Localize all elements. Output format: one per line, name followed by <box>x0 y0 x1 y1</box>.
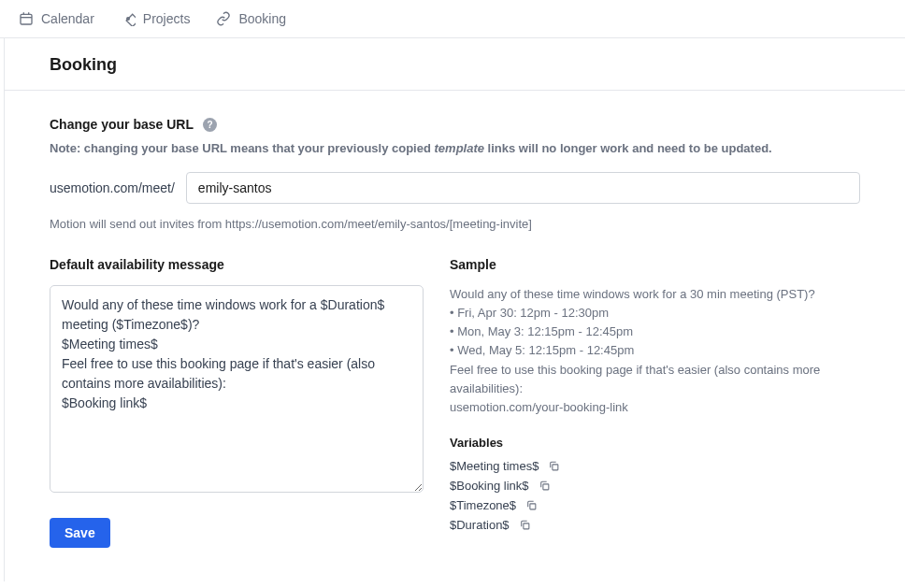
nav-calendar-label: Calendar <box>41 11 94 26</box>
svg-rect-7 <box>542 484 548 490</box>
sample-text: Would any of these time windows work for… <box>450 285 860 417</box>
nav-booking[interactable]: Booking <box>216 11 286 26</box>
base-url-heading: Change your base URL ? <box>50 117 860 132</box>
note-after: links will no longer work and need to be… <box>484 141 772 155</box>
nav-projects[interactable]: Projects <box>121 11 191 26</box>
copy-icon[interactable] <box>548 460 560 472</box>
base-url-row: usemotion.com/meet/ <box>50 172 860 204</box>
nav-projects-label: Projects <box>143 11 191 26</box>
variable-label: $Booking link$ <box>450 479 529 493</box>
svg-point-5 <box>126 18 129 21</box>
availability-message-textarea[interactable] <box>50 285 424 493</box>
svg-rect-8 <box>530 504 536 509</box>
page-title: Booking <box>50 55 860 75</box>
svg-rect-0 <box>21 14 32 24</box>
calendar-icon <box>19 11 34 26</box>
variable-label: $Timezone$ <box>450 498 516 512</box>
variable-label: $Duration$ <box>450 518 510 532</box>
nav-booking-label: Booking <box>238 11 286 26</box>
svg-rect-6 <box>553 465 558 470</box>
projects-icon <box>121 11 136 26</box>
svg-rect-9 <box>523 523 528 529</box>
variables-heading: Variables <box>450 436 860 450</box>
top-nav: Calendar Projects Booking <box>0 0 905 38</box>
base-url-note: Note: changing your base URL means that … <box>50 141 860 155</box>
base-url-input[interactable] <box>186 172 860 204</box>
nav-calendar[interactable]: Calendar <box>19 11 94 26</box>
variable-timezone: $Timezone$ <box>450 498 860 512</box>
help-icon[interactable]: ? <box>203 118 217 132</box>
main-content: Booking Change your base URL ? Note: cha… <box>4 38 905 581</box>
save-button[interactable]: Save <box>50 518 110 548</box>
variable-booking-link: $Booking link$ <box>450 479 860 493</box>
variable-duration: $Duration$ <box>450 518 860 532</box>
note-em: template <box>435 141 484 155</box>
base-url-heading-text: Change your base URL <box>50 117 194 132</box>
message-heading: Default availability message <box>50 257 424 272</box>
url-prefix: usemotion.com/meet/ <box>50 180 175 195</box>
note-before: Note: changing your base URL means that … <box>50 141 435 155</box>
variable-label: $Meeting times$ <box>450 459 539 473</box>
copy-icon[interactable] <box>539 480 551 492</box>
copy-icon[interactable] <box>525 499 538 511</box>
link-icon <box>216 11 231 26</box>
copy-icon[interactable] <box>519 519 531 531</box>
variable-meeting-times: $Meeting times$ <box>450 459 860 473</box>
page-title-wrap: Booking <box>5 38 905 91</box>
invite-note: Motion will send out invites from https:… <box>50 217 860 231</box>
sample-heading: Sample <box>450 257 860 272</box>
